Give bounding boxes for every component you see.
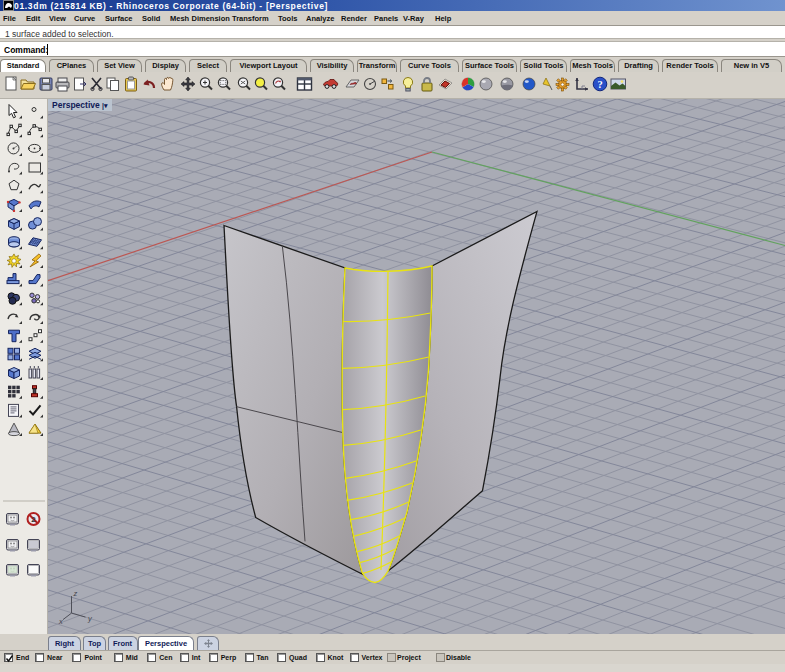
- svg-text:z: z: [73, 589, 78, 598]
- svg-text:x: x: [58, 617, 63, 626]
- svg-text:?: ?: [597, 79, 602, 90]
- svg-text:2: 2: [31, 515, 36, 524]
